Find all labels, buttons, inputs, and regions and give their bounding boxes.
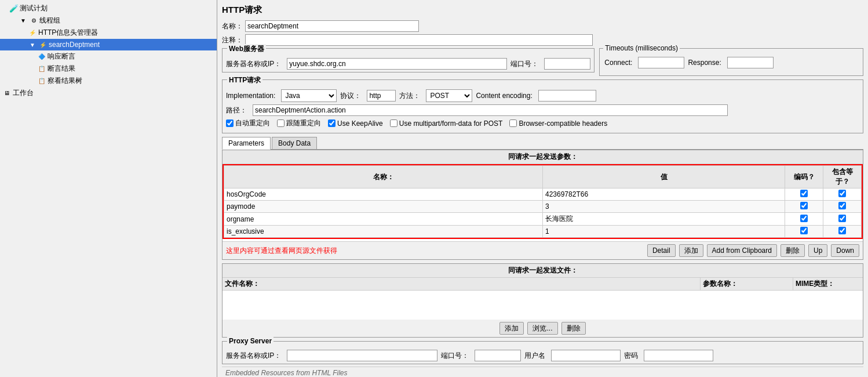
sidebar-item-search-deptment[interactable]: ▼ ⚡ searchDeptment xyxy=(0,39,217,50)
sidebar-item-label: 测试计划 xyxy=(20,3,48,13)
send-files-header: 同请求一起发送文件： xyxy=(223,264,863,278)
param-encode-checkbox[interactable] xyxy=(800,202,808,209)
param-include-checkbox[interactable] xyxy=(838,227,846,234)
name-input[interactable] xyxy=(245,20,419,32)
name-row: 名称： xyxy=(222,20,863,32)
checkbox-browser-headers[interactable] xyxy=(509,119,517,127)
files-table-header: 文件名称： 参数名称： MIME类型： xyxy=(223,278,863,291)
http-manager-icon: ⚡ xyxy=(28,28,37,38)
comment-input[interactable] xyxy=(245,34,593,46)
param-include-checkbox[interactable] xyxy=(838,202,846,209)
path-input[interactable] xyxy=(253,104,728,116)
checkbox-browser-headers-item[interactable]: Browser-compatible headers xyxy=(509,119,607,128)
checkbox-keepalive-item[interactable]: Use KeepAlive xyxy=(328,119,383,128)
sidebar-item-label: 线程组 xyxy=(39,16,60,26)
param-name-cell: orgname xyxy=(224,213,543,226)
proxy-port-input[interactable] xyxy=(475,350,521,361)
param-encode-checkbox[interactable] xyxy=(800,227,808,234)
http-sampler-icon: ⚡ xyxy=(38,40,48,49)
delete-file-button[interactable]: 删除 xyxy=(561,322,586,335)
web-server-group-title: Web服务器 xyxy=(227,44,266,54)
sidebar-item-response-assertion[interactable]: 🔷 响应断言 xyxy=(0,50,217,63)
checkbox-multipart-item[interactable]: Use multipart/form-data for POST xyxy=(390,119,503,128)
method-select[interactable]: POST GET PUT DELETE xyxy=(426,89,472,102)
files-body xyxy=(223,291,863,320)
sidebar-item-thread-group[interactable]: ▼ ⚙ 线程组 xyxy=(0,14,217,27)
sidebar: 🧪 测试计划 ▼ ⚙ 线程组 ⚡ HTTP信息头管理器 ▼ ⚡ searchDe… xyxy=(0,0,217,377)
params-action-row: 这里内容可通过查看网页源文件获得 Detail 添加 Add from Clip… xyxy=(223,241,863,259)
param-name-cell: hosOrgCode xyxy=(224,188,543,201)
detail-button[interactable]: Detail xyxy=(647,244,676,257)
checkbox-redirect-item[interactable]: 自动重定向 xyxy=(226,118,270,128)
proxy-pass-label: 密码 xyxy=(624,351,638,361)
response-input[interactable] xyxy=(727,57,774,68)
sidebar-item-label: 响应断言 xyxy=(48,52,75,61)
port-label: 端口号： xyxy=(510,59,538,69)
embed-section: Embedded Resources from HTML Files xyxy=(222,367,863,377)
content-encoding-label: Content encoding: xyxy=(476,92,532,100)
tab-parameters[interactable]: Parameters xyxy=(222,137,271,150)
checkbox-follow-redirect[interactable] xyxy=(277,119,285,127)
test-plan-icon: 🧪 xyxy=(9,4,19,13)
timeouts-title: Timeouts (milliseconds) xyxy=(603,44,680,52)
protocol-input[interactable] xyxy=(367,90,396,102)
name-label: 名称： xyxy=(222,21,243,31)
col-include-header: 包含等于？ xyxy=(823,166,862,188)
param-encode-checkbox[interactable] xyxy=(800,215,808,222)
browse-button[interactable]: 浏览... xyxy=(527,322,557,335)
send-params-header: 同请求一起发送参数： xyxy=(223,150,863,164)
params-table-area: 名称： 值 编码？ 包含等于？ hosOrgCode 42369782T66 p… xyxy=(223,164,863,239)
proxy-port-label: 端口号： xyxy=(441,351,469,361)
param-value-cell: 3 xyxy=(543,201,785,213)
col-filename: 文件名称： xyxy=(223,278,701,290)
add-file-button[interactable]: 添加 xyxy=(499,322,524,335)
implementation-label: Implementation: xyxy=(226,92,275,100)
table-row: hosOrgCode 42369782T66 xyxy=(224,188,862,201)
checkbox-keepalive[interactable] xyxy=(328,119,335,127)
param-include-checkbox[interactable] xyxy=(838,190,846,197)
sidebar-item-workbench[interactable]: 🖥 工作台 xyxy=(0,87,217,99)
files-action-row: 添加 浏览... 删除 xyxy=(223,320,863,337)
param-include-cell xyxy=(823,213,862,226)
protocol-label: 协议： xyxy=(340,91,361,101)
server-name-label: 服务器名称或IP： xyxy=(226,59,281,69)
add-from-clipboard-button[interactable]: Add from Clipboard xyxy=(707,244,777,257)
connect-input[interactable] xyxy=(638,57,684,68)
proxy-pass-input[interactable] xyxy=(644,350,713,361)
implementation-select[interactable]: Java HttpClient4 HttpClient3.1 xyxy=(281,89,337,102)
sidebar-item-test-plan[interactable]: 🧪 测试计划 xyxy=(0,2,217,14)
checkbox-multipart[interactable] xyxy=(390,119,397,127)
param-encode-checkbox[interactable] xyxy=(800,190,808,197)
search-result-icon: 📋 xyxy=(37,77,46,86)
expand-icon: ▼ xyxy=(19,16,28,26)
files-section: 同请求一起发送文件： 文件名称： 参数名称： MIME类型： 添加 浏览... … xyxy=(222,263,863,338)
checkbox-redirect[interactable] xyxy=(226,119,234,127)
proxy-server-input[interactable] xyxy=(287,350,437,361)
param-encode-cell xyxy=(785,188,823,201)
tab-bar: Parameters Body Data xyxy=(222,137,863,150)
sidebar-item-assert-result[interactable]: 📋 断言结果 xyxy=(0,63,217,75)
server-name-input[interactable] xyxy=(287,58,507,70)
response-label: Response: xyxy=(688,59,721,67)
checkbox-follow-redirect-item[interactable]: 跟随重定向 xyxy=(277,118,321,128)
tab-body-data[interactable]: Body Data xyxy=(272,137,317,149)
sidebar-item-label: 断言结果 xyxy=(48,64,75,74)
proxy-user-input[interactable] xyxy=(551,350,621,361)
sidebar-item-http-manager[interactable]: ⚡ HTTP信息头管理器 xyxy=(0,27,217,39)
checkbox-redirect-label: 自动重定向 xyxy=(235,118,270,128)
content-encoding-input[interactable] xyxy=(538,90,596,102)
main-panel: HTTP请求 名称： 注释： Web服务器 服务器名称或IP： 端口号： Tim… xyxy=(217,0,868,377)
add-button[interactable]: 添加 xyxy=(679,244,703,257)
parameters-section: 同请求一起发送参数： 名称： 值 编码？ 包含等于？ hosOrgCode 42… xyxy=(222,150,863,260)
param-include-checkbox[interactable] xyxy=(838,215,846,222)
sidebar-item-search-result[interactable]: 📋 察看结果树 xyxy=(0,75,217,87)
params-table: 名称： 值 编码？ 包含等于？ hosOrgCode 42369782T66 p… xyxy=(224,165,862,238)
delete-button[interactable]: 删除 xyxy=(781,244,805,257)
workbench-icon: 🖥 xyxy=(2,89,12,98)
up-button[interactable]: Up xyxy=(808,244,827,257)
port-input[interactable] xyxy=(544,58,590,70)
table-row: is_exclusive 1 xyxy=(224,226,862,238)
down-button[interactable]: Down xyxy=(831,244,859,257)
param-include-cell xyxy=(823,201,862,213)
connect-label: Connect: xyxy=(604,59,632,67)
